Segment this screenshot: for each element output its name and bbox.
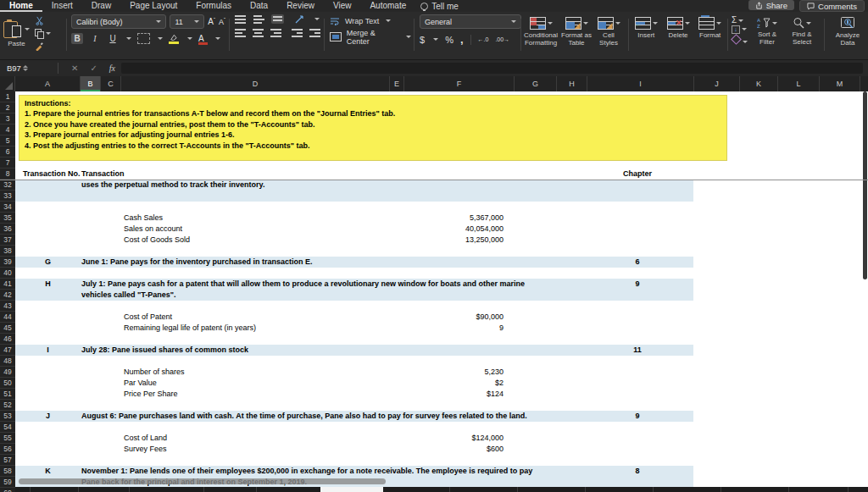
- column-header-H[interactable]: H: [557, 76, 587, 91]
- detail-label-row-55[interactable]: Cost of Land: [124, 433, 167, 444]
- align-right-icon[interactable]: [270, 29, 281, 36]
- bold-button[interactable]: B: [71, 33, 83, 44]
- column-header-I[interactable]: I: [587, 76, 694, 91]
- row-header-3[interactable]: 3: [0, 113, 15, 124]
- detail-value-row-51[interactable]: $124: [404, 389, 504, 400]
- row-header-52[interactable]: 52: [0, 400, 15, 411]
- detail-label-row-49[interactable]: Number of shares: [124, 367, 185, 378]
- conditional-formatting-button[interactable]: Conditional Formatting: [524, 14, 558, 57]
- cell-styles-button[interactable]: Cell Styles: [595, 14, 622, 57]
- row-header-58[interactable]: 58: [0, 466, 15, 477]
- fill-color-button[interactable]: [169, 34, 180, 44]
- menu-data[interactable]: Data: [241, 0, 277, 12]
- font-color-button[interactable]: A: [198, 34, 208, 44]
- confirm-formula-icon[interactable]: ✓: [90, 64, 97, 73]
- menu-home[interactable]: Home: [0, 0, 42, 12]
- row-header-45[interactable]: 45: [0, 323, 15, 334]
- row-header-8[interactable]: 8: [0, 169, 15, 180]
- row-header-56[interactable]: 56: [0, 444, 15, 455]
- transaction-letter-row-41[interactable]: H: [15, 279, 81, 290]
- row-header-51[interactable]: 51: [0, 389, 15, 400]
- orientation-button[interactable]: [295, 14, 305, 24]
- column-header-L[interactable]: L: [778, 76, 820, 91]
- format-painter-button[interactable]: [35, 40, 51, 52]
- detail-label-row-36[interactable]: Sales on account: [124, 224, 182, 235]
- align-bottom-icon[interactable]: [271, 14, 284, 24]
- column-header-E[interactable]: E: [390, 76, 404, 91]
- sheet-tab-bar[interactable]: [15, 487, 868, 492]
- row-header-1[interactable]: 1: [0, 91, 15, 102]
- column-header-G[interactable]: G: [515, 76, 557, 91]
- column-header-D[interactable]: D: [121, 76, 390, 91]
- decrease-indent-icon[interactable]: [292, 29, 302, 36]
- detail-label-row-50[interactable]: Par Value: [124, 378, 157, 389]
- row-header-5[interactable]: 5: [0, 135, 15, 146]
- autosum-button[interactable]: Σ: [732, 15, 748, 25]
- row-header-37[interactable]: 37: [0, 235, 15, 246]
- comma-style-button[interactable]: ,: [460, 33, 464, 46]
- header-transaction-no[interactable]: Transaction No.: [23, 169, 81, 180]
- detail-value-row-50[interactable]: $2: [404, 378, 504, 389]
- sort-filter-button[interactable]: AZ Sort & Filter: [752, 14, 782, 57]
- analyze-data-button[interactable]: Analyze Data: [828, 14, 867, 47]
- transaction-letter-row-39[interactable]: G: [15, 257, 81, 268]
- merge-center-button[interactable]: Merge & Center: [330, 30, 411, 43]
- transaction-letter-row-53[interactable]: J: [15, 411, 81, 422]
- detail-value-row-55[interactable]: $124,000: [404, 433, 504, 444]
- transaction-desc-row-47[interactable]: July 28: Pane issued shares of common st…: [81, 345, 248, 356]
- row-header-49[interactable]: 49: [0, 367, 15, 378]
- header-transaction[interactable]: Transaction: [81, 169, 125, 180]
- row-header-39[interactable]: 39: [0, 257, 15, 268]
- row-header-36[interactable]: 36: [0, 224, 15, 235]
- detail-value-row-36[interactable]: 40,054,000: [404, 224, 504, 235]
- name-box[interactable]: B97: [0, 60, 51, 76]
- column-header-A[interactable]: A: [15, 76, 81, 91]
- format-button[interactable]: Format: [696, 14, 724, 57]
- column-header-C[interactable]: C: [101, 76, 121, 91]
- delete-button[interactable]: ✕ Delete: [665, 14, 693, 57]
- comments-button[interactable]: Comments: [799, 0, 865, 12]
- tell-me[interactable]: Tell me: [415, 2, 459, 11]
- cancel-formula-icon[interactable]: ✕: [71, 64, 78, 73]
- header-chapter[interactable]: Chapter: [587, 169, 687, 180]
- row-header-4[interactable]: 4: [0, 124, 15, 135]
- column-header-M[interactable]: M: [820, 76, 860, 91]
- font-name-select[interactable]: Calibri (Body): [71, 14, 166, 29]
- italic-button[interactable]: I: [89, 33, 101, 44]
- name-box-stepper[interactable]: [23, 65, 28, 71]
- transaction-desc-row-58[interactable]: November 1: Pane lends one of their empl…: [81, 466, 532, 477]
- decrease-font-button[interactable]: Aˇ: [219, 17, 225, 26]
- detail-value-row-35[interactable]: 5,367,000: [404, 213, 504, 224]
- select-all-corner[interactable]: [0, 76, 15, 91]
- menu-draw[interactable]: Draw: [82, 0, 120, 12]
- row-header-47[interactable]: 47: [0, 345, 15, 356]
- chapter-value-row-47[interactable]: 11: [587, 345, 687, 356]
- cut-button[interactable]: [35, 14, 51, 26]
- detail-label-row-35[interactable]: Cash Sales: [124, 213, 163, 224]
- menu-view[interactable]: View: [324, 0, 361, 12]
- borders-icon[interactable]: [137, 33, 150, 44]
- detail-value-row-44[interactable]: $90,000: [404, 312, 504, 323]
- row-header-32[interactable]: 32: [0, 180, 15, 191]
- formula-input[interactable]: [121, 63, 863, 74]
- row-header-6[interactable]: 6: [0, 146, 15, 158]
- column-header-B[interactable]: B: [81, 76, 101, 91]
- align-middle-icon[interactable]: [253, 15, 264, 23]
- wrap-text-button[interactable]: Wrap Text: [330, 14, 411, 27]
- chapter-value-row-39[interactable]: 6: [587, 257, 687, 268]
- increase-indent-icon[interactable]: [309, 29, 320, 36]
- column-header-F[interactable]: F: [404, 76, 515, 91]
- detail-label-row-37[interactable]: Cost of Goods Sold: [124, 235, 190, 246]
- column-header-J[interactable]: J: [694, 76, 740, 91]
- align-top-icon[interactable]: [235, 15, 246, 23]
- detail-label-row-45[interactable]: Remaining legal life of patent (in years…: [124, 323, 256, 334]
- transaction-letter-row-47[interactable]: I: [15, 345, 81, 356]
- row-header-35[interactable]: 35: [0, 213, 15, 224]
- sheet-grid[interactable]: Instructions:1. Prepare the journal entr…: [15, 91, 868, 492]
- menu-formulas[interactable]: Formulas: [186, 0, 241, 12]
- clear-button[interactable]: [732, 35, 748, 46]
- row-header-43[interactable]: 43: [0, 301, 15, 312]
- row-header-41[interactable]: 41: [0, 279, 15, 290]
- row-header-54[interactable]: 54: [0, 422, 15, 433]
- transaction-desc-row-41[interactable]: July 1: Pane pays cash for a patent that…: [81, 279, 525, 290]
